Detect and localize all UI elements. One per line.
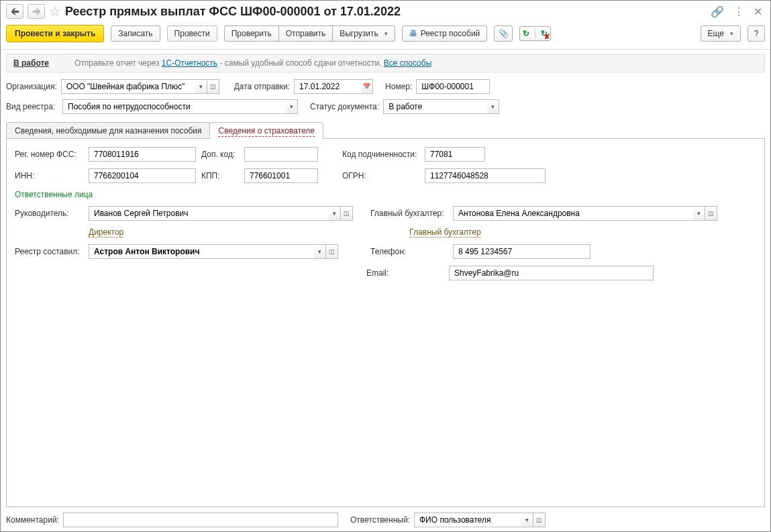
add-code-label: Доп. код: [201,150,239,159]
nav-forward-button: 🡲 [28,4,45,19]
favorite-star-icon[interactable]: ☆ [49,3,61,19]
report-link[interactable]: 1С-Отчетность [162,58,217,68]
status-text: Отправьте отчет через 1С-Отчетность - са… [74,58,431,68]
send-date-field[interactable]: 📅 [294,79,373,94]
reg-number-label: Рег. номер ФСС: [15,150,83,159]
phone-label: Телефон: [370,247,448,256]
tab-insurer-info[interactable]: Сведения о страхователе [209,122,323,139]
ogrn-input[interactable] [429,170,542,181]
add-code-input[interactable] [248,149,314,160]
phone-input[interactable] [457,246,586,257]
nav-back-button[interactable]: 🡰 [6,4,23,19]
accountant-input[interactable] [457,208,690,219]
responsible-open[interactable]: ◫ [533,513,546,527]
export-button[interactable]: Выгрузить [332,25,395,42]
registry-type-input[interactable] [66,101,282,112]
doc-status-label: Статус документа: [310,102,379,111]
organization-field[interactable]: ▾ ◫ [61,79,219,94]
send-button[interactable]: Отправить [278,25,333,42]
email-label: Email: [366,268,444,278]
close-window-icon[interactable]: ✕ [751,5,765,18]
author-label: Реестр составил: [15,247,83,256]
post-and-close-button[interactable]: Провести и закрыть [6,25,104,42]
printer-icon: 🖶 [409,29,417,38]
accountant-dropdown[interactable]: ▾ [693,206,705,221]
attach-button[interactable]: 📎 [494,25,513,42]
inn-input[interactable] [93,170,192,181]
more-button[interactable]: Еще [701,25,741,42]
head-open[interactable]: ◫ [341,206,353,221]
link-icon[interactable]: 🔗 [708,5,727,18]
head-input[interactable] [93,208,325,219]
inn-label: ИНН: [15,171,83,180]
head-field[interactable]: ▾ ◫ [89,206,353,221]
post-button[interactable]: Провести [167,25,217,42]
save-button[interactable]: Записать [111,25,160,42]
help-button[interactable]: ? [748,25,765,42]
tab-content: Рег. номер ФСС: Доп. код: Код подчиненно… [6,138,765,507]
sub-code-label: Код подчиненности: [342,150,419,159]
page-title: Реестр прямых выплат ФСС ШФ00-000001 от … [65,5,704,19]
doc-status-dropdown[interactable]: ▾ [487,99,499,114]
comment-label: Комментарий: [6,515,59,525]
status-bar: В работе Отправьте отчет через 1С-Отчетн… [6,54,765,72]
registry-type-field[interactable]: ▾ [62,99,298,114]
head-dropdown[interactable]: ▾ [329,206,341,221]
kpp-label: КПП: [201,171,239,180]
refresh-cancel-icon: ↻✘ [541,29,548,38]
author-dropdown[interactable]: ▾ [314,244,326,259]
all-methods-link[interactable]: Все способы [384,58,432,68]
send-date-label: Дата отправки: [234,82,290,91]
author-field[interactable]: ▾ ◫ [89,244,338,259]
responsible-label: Ответственный: [350,515,410,525]
organization-dropdown[interactable]: ▾ [195,79,207,94]
author-input[interactable] [93,246,311,257]
organization-label: Организация: [6,82,57,91]
email-input[interactable] [453,268,650,278]
organization-input[interactable] [65,81,192,92]
registry-label: Реестр пособий [421,29,480,38]
paperclip-icon: 📎 [499,29,509,38]
accountant-position-link[interactable]: Главный бухгалтер [409,227,480,237]
accountant-field[interactable]: ▾ ◫ [453,206,717,221]
check-button[interactable]: Проверить [224,25,279,42]
author-open[interactable]: ◫ [326,244,338,259]
comment-input[interactable] [67,515,334,525]
kebab-menu-icon[interactable]: ⋮ [731,5,747,18]
responsible-input[interactable] [418,515,518,525]
ogrn-label: ОГРН: [342,171,419,180]
reg-number-input[interactable] [93,149,192,160]
doc-status-input[interactable] [387,101,484,112]
kpp-input[interactable] [248,170,314,181]
responsible-field[interactable]: ▾ ◫ [414,513,546,527]
registry-type-dropdown[interactable]: ▾ [286,99,298,114]
head-label: Руководитель: [15,209,83,218]
send-group: Проверить Отправить Выгрузить [224,25,395,42]
doc-status-field[interactable]: ▾ [383,99,499,114]
head-position-link[interactable]: Директор [89,227,123,237]
registry-type-label: Вид реестра: [6,102,58,111]
number-input[interactable] [420,81,486,92]
registry-button[interactable]: 🖶 Реестр пособий [402,25,488,42]
refresh-icon: ↻ [523,29,529,38]
sub-code-input[interactable] [429,149,481,160]
accountant-open[interactable]: ◫ [705,206,717,221]
status-label: В работе [13,58,49,68]
responsible-section-title: Ответственные лица [15,190,756,199]
tab-benefit-info[interactable]: Сведения, необходимые для назначения пос… [6,122,210,139]
accountant-label: Главный бухгалтер: [370,209,448,218]
responsible-dropdown[interactable]: ▾ [521,513,533,527]
refresh-group-button[interactable]: ↻ ↻✘ [519,26,551,41]
send-date-calendar[interactable]: 📅 [361,79,373,94]
organization-open[interactable]: ◫ [207,79,219,94]
send-date-input[interactable] [298,81,358,92]
number-label: Номер: [385,82,412,91]
